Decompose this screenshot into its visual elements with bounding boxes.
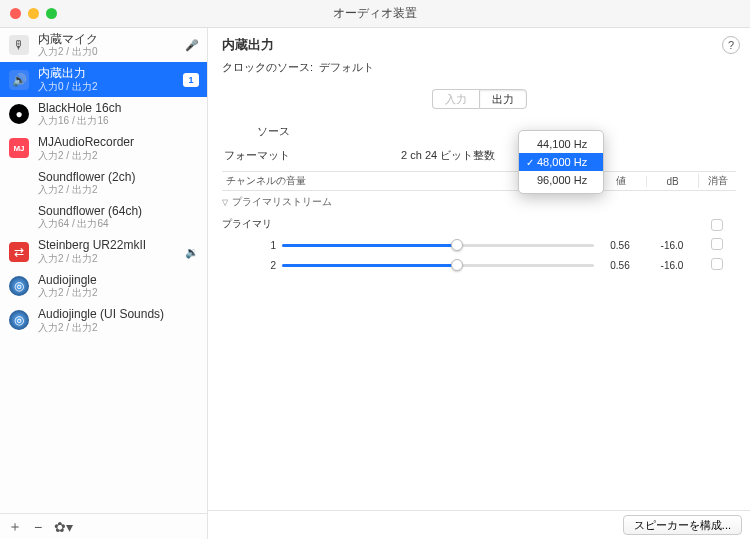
remove-device-button[interactable]: − xyxy=(34,519,42,535)
channel-block: プライマリ 1 0.56 -16.0 2 0.56 -16.0 xyxy=(208,213,750,275)
clock-source-label: クロックのソース: xyxy=(222,60,313,75)
device-io-summary: 入力2 / 出力2 xyxy=(38,184,199,196)
device-name: Soundflower (64ch) xyxy=(38,204,199,218)
primary-mute-checkbox[interactable] xyxy=(711,219,723,231)
channel-row: 1 0.56 -16.0 xyxy=(222,235,736,255)
col-db: dB xyxy=(646,176,698,187)
default-input-icon: 🎤 xyxy=(185,39,199,52)
sample-rate-option[interactable]: 96,000 Hz xyxy=(519,171,603,189)
device-list: 🎙 内蔵マイク 入力2 / 出力0 🎤 🔊 内蔵出力 入力0 / 出力2 1 ●… xyxy=(0,28,207,513)
device-name: Audiojingle (UI Sounds) xyxy=(38,307,199,321)
device-row[interactable]: ◎ Audiojingle (UI Sounds) 入力2 / 出力2 xyxy=(0,303,207,337)
device-row[interactable]: MJ MJAudioRecorder 入力2 / 出力2 xyxy=(0,131,207,165)
device-icon: 🎙 xyxy=(8,34,30,56)
device-row[interactable]: 🔊 内蔵出力 入力0 / 出力2 1 xyxy=(0,62,207,96)
device-io-summary: 入力2 / 出力2 xyxy=(38,287,199,299)
configure-speakers-button[interactable]: スピーカーを構成... xyxy=(623,515,742,535)
channel-db: -16.0 xyxy=(646,260,698,271)
format-suffix: 2 ch 24 ビット整数 xyxy=(401,148,495,163)
help-button[interactable]: ? xyxy=(722,36,740,54)
device-row[interactable]: Soundflower (2ch) 入力2 / 出力2 xyxy=(0,166,207,200)
device-icon: MJ xyxy=(8,137,30,159)
device-name: BlackHole 16ch xyxy=(38,101,199,115)
device-row[interactable]: 🎙 内蔵マイク 入力2 / 出力0 🎤 xyxy=(0,28,207,62)
device-icon xyxy=(8,172,30,194)
gear-menu-button[interactable]: ✿▾ xyxy=(54,519,73,535)
sample-rate-option[interactable]: 44,100 Hz xyxy=(519,135,603,153)
device-row[interactable]: ● BlackHole 16ch 入力16 / 出力16 xyxy=(0,97,207,131)
zoom-button[interactable] xyxy=(46,8,57,19)
add-device-button[interactable]: ＋ xyxy=(8,518,22,536)
volume-slider[interactable] xyxy=(282,238,594,252)
volume-indicator-icon: 🔉 xyxy=(185,245,199,258)
device-io-summary: 入力0 / 出力2 xyxy=(38,81,199,93)
device-name: Steinberg UR22mkII xyxy=(38,238,199,252)
primary-label: プライマリ xyxy=(222,217,594,231)
device-name: Soundflower (2ch) xyxy=(38,170,199,184)
sample-rate-value: 96,000 Hz xyxy=(537,174,587,186)
io-tabs: 入力 出力 xyxy=(432,89,527,109)
channel-id: 2 xyxy=(222,260,282,271)
tab-input[interactable]: 入力 xyxy=(432,89,479,109)
sample-rate-option[interactable]: ✓48,000 Hz xyxy=(519,153,603,171)
device-detail: 内蔵出力 ? クロックのソース: デフォルト 入力 出力 ソース フォーマット … xyxy=(208,28,750,539)
col-mute: 消音 xyxy=(698,174,736,188)
device-io-summary: 入力2 / 出力2 xyxy=(38,322,199,334)
channel-db: -16.0 xyxy=(646,240,698,251)
tab-output[interactable]: 出力 xyxy=(479,89,527,109)
source-label: ソース xyxy=(222,124,290,139)
channel-mute-checkbox[interactable] xyxy=(711,258,723,270)
device-io-summary: 入力2 / 出力0 xyxy=(38,46,199,58)
device-icon xyxy=(8,206,30,228)
device-name: 内蔵出力 xyxy=(38,66,199,80)
checkmark-icon: ✓ xyxy=(523,157,537,168)
stream-header-label: プライマリストリーム xyxy=(232,195,332,209)
close-button[interactable] xyxy=(10,8,21,19)
window-title: オーディオ装置 xyxy=(8,5,742,22)
channel-mute-checkbox[interactable] xyxy=(711,238,723,250)
minimize-button[interactable] xyxy=(28,8,39,19)
device-icon: ◎ xyxy=(8,275,30,297)
channel-table-header: チャンネルの音量 値 dB 消音 xyxy=(222,171,736,191)
window-controls xyxy=(10,8,57,19)
channel-value: 0.56 xyxy=(594,240,646,251)
device-io-summary: 入力64 / 出力64 xyxy=(38,218,199,230)
sample-rate-dropdown[interactable] xyxy=(296,148,311,162)
detail-title: 内蔵出力 xyxy=(222,36,722,54)
titlebar: オーディオ装置 xyxy=(0,0,750,28)
device-icon: ◎ xyxy=(8,309,30,331)
device-name: 内蔵マイク xyxy=(38,32,199,46)
disclosure-triangle-icon[interactable]: ▽ xyxy=(222,198,228,207)
device-io-summary: 入力16 / 出力16 xyxy=(38,115,199,127)
sample-rate-value: 48,000 Hz xyxy=(537,156,587,168)
device-row[interactable]: ◎ Audiojingle 入力2 / 出力2 xyxy=(0,269,207,303)
device-icon: ● xyxy=(8,103,30,125)
channel-value: 0.56 xyxy=(594,260,646,271)
device-row[interactable]: Soundflower (64ch) 入力64 / 出力64 xyxy=(0,200,207,234)
sidebar-footer: ＋ − ✿▾ xyxy=(0,513,207,539)
device-badge: 1 xyxy=(183,73,199,87)
device-name: MJAudioRecorder xyxy=(38,135,199,149)
device-sidebar: 🎙 内蔵マイク 入力2 / 出力0 🎤 🔊 内蔵出力 入力0 / 出力2 1 ●… xyxy=(0,28,208,539)
device-row[interactable]: ⇄ Steinberg UR22mkII 入力2 / 出力2 🔉 xyxy=(0,234,207,268)
device-io-summary: 入力2 / 出力2 xyxy=(38,150,199,162)
volume-slider[interactable] xyxy=(282,258,594,272)
device-name: Audiojingle xyxy=(38,273,199,287)
stream-header-row[interactable]: ▽ プライマリストリーム xyxy=(208,191,750,213)
channel-id: 1 xyxy=(222,240,282,251)
channel-row: 2 0.56 -16.0 xyxy=(222,255,736,275)
device-io-summary: 入力2 / 出力2 xyxy=(38,253,199,265)
sample-rate-popup: 44,100 Hz✓48,000 Hz96,000 Hz xyxy=(518,130,604,194)
format-label: フォーマット xyxy=(222,148,290,163)
sample-rate-value: 44,100 Hz xyxy=(537,138,587,150)
device-icon: ⇄ xyxy=(8,241,30,263)
clock-source-value[interactable]: デフォルト xyxy=(319,60,374,75)
device-icon: 🔊 xyxy=(8,69,30,91)
